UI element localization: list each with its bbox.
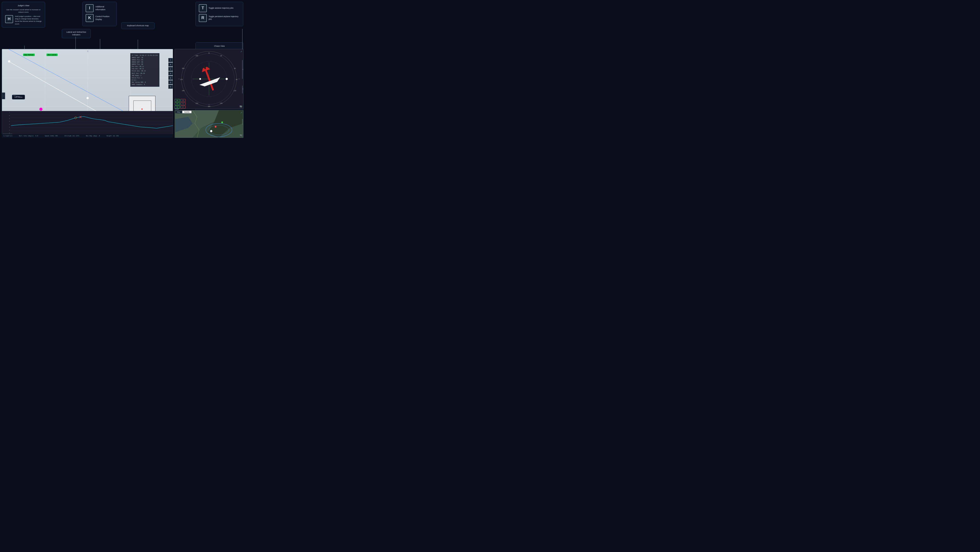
- chase-view-title: Chase View: [199, 45, 240, 48]
- status-speed: Speed [kmh] 305: [45, 135, 58, 137]
- svg-text:90: 90: [236, 79, 237, 80]
- ut-time: UT Time: 24-06-17 15:35:19.521: [132, 54, 158, 56]
- valid-fix: Valid Fix: 1: [132, 77, 158, 79]
- judges-view-title: Judge's View: [5, 4, 42, 7]
- additional-info-label: Additional Information: [95, 5, 113, 11]
- svg-point-3: [8, 60, 10, 62]
- xyz-btn-x[interactable]: X: [180, 99, 186, 102]
- strip-btn-r[interactable]: R: [168, 62, 173, 67]
- h-key-badge: H: [5, 15, 13, 23]
- strip-btn-t[interactable]: T: [168, 58, 173, 62]
- map-bg: [175, 110, 243, 138]
- roll-unc: Roll Unc: 00.59: [132, 72, 158, 75]
- r-key-badge: R: [199, 14, 207, 22]
- status-altitude: Altitude [m] 1371: [65, 135, 80, 137]
- svg-text:210: 210: [196, 103, 198, 104]
- strip-btn-x[interactable]: X: [168, 67, 173, 71]
- svg-text:60: 60: [234, 68, 236, 69]
- status-gload: G-load 6.5: [3, 135, 12, 137]
- additional-info-tooltip: I Additional Information K Control Posit…: [82, 2, 117, 26]
- strip-btn-b[interactable]: B: [168, 76, 173, 80]
- status-roll-rate: Roll-rate [deg/s] -0.8: [19, 135, 38, 137]
- yaw-unc: Yaw Unc: 00.21: [132, 68, 158, 70]
- google-attribution: Google: [175, 108, 179, 110]
- svg-text:150: 150: [220, 103, 223, 104]
- tab-satellite[interactable]: Satellite: [182, 111, 192, 113]
- svg-point-38: [215, 126, 216, 128]
- xyz-btn-y[interactable]: Y: [180, 102, 186, 105]
- xyz-btn-z[interactable]: Z: [180, 106, 186, 108]
- map-expand-icon[interactable]: ⤢: [240, 111, 242, 114]
- lateral-vertical-tooltip: Lateral and Vertical box indicators: [62, 29, 91, 38]
- judges-view-tooltip: Judge's View Use the mouse's scroll whee…: [2, 2, 45, 27]
- trajectory-toggle-tooltip: T Toggle airplane trajectory plot. R Tog…: [196, 2, 243, 26]
- judges-view-h-desc: Hold judge's position – click and drag t…: [15, 15, 42, 25]
- error: Error:: [132, 79, 158, 81]
- pos-unc: Pos Unc: 09.11: [132, 65, 158, 68]
- map-panel: ⤢ 📷: [175, 110, 243, 138]
- svg-text:240: 240: [182, 90, 185, 91]
- gnss-compass: GNSS Compass: 0: [132, 83, 158, 86]
- svg-text:300: 300: [182, 68, 185, 69]
- judges-view-scroll-info: Use the mouse's scroll wheel to increase…: [5, 8, 42, 13]
- svg-point-40: [210, 130, 212, 132]
- i-key-badge: I: [86, 4, 94, 12]
- xyz-btn-plus-x[interactable]: +X: [175, 99, 180, 102]
- gnss2-sat: GNSS2 SAT: 00: [132, 61, 158, 63]
- svg-point-4: [86, 97, 89, 99]
- t-key-badge: T: [199, 4, 207, 12]
- strip-btn-g[interactable]: G: [168, 80, 173, 84]
- xyz-buttons: +X X +Y Y +Z Z: [175, 99, 186, 108]
- status-bar: G-load 6.5 Roll-rate [deg/s] -0.8 Speed …: [2, 134, 173, 138]
- gnss1-fix: GNSS1 Fix: 03: [132, 59, 158, 61]
- svg-point-39: [221, 121, 223, 123]
- control-position-label: Control Position Display: [95, 15, 113, 21]
- svg-text:330: 330: [196, 55, 198, 56]
- gnss1-sat: GNSS1 SAT: 16: [132, 56, 158, 59]
- svg-point-34: [226, 78, 228, 80]
- lateral-vertical-label: Lateral and Vertical box indicators: [67, 31, 86, 36]
- 3d-expand-icon[interactable]: ⤢: [240, 50, 242, 53]
- gnss2-fix: GNSS2 Fix: 00: [132, 63, 158, 65]
- status-height: Height [m] 256: [107, 135, 119, 137]
- r-label: Toggle persistent airplane trajectory pl…: [208, 15, 240, 21]
- gload-chart: 7 6 5 4 3 2 1 0 -1 G-load 6.5: [2, 111, 173, 138]
- keyboard-shortcuts-tooltip: Keyboard shortcuts map: [121, 22, 154, 29]
- left-menu-tooltip: Left Menu: [12, 95, 25, 99]
- ins-mode: INS Mode: 2: [132, 75, 158, 77]
- left-strip-handle[interactable]: ⋮: [2, 92, 5, 99]
- svg-text:270: 270: [180, 79, 183, 80]
- hmr-using-ins: Hmr Using INS: 0: [132, 81, 158, 83]
- svg-text:180: 180: [208, 106, 210, 107]
- k-key-badge: K: [86, 14, 94, 22]
- tab-map[interactable]: Map: [175, 111, 182, 113]
- strip-btn-h[interactable]: H: [168, 85, 173, 89]
- telemetry-overlay: UT Time: 24-06-17 15:35:19.521 GNSS1 SAT…: [130, 53, 159, 87]
- xyz-btn-plus-y[interactable]: +Y: [175, 102, 180, 105]
- camera-icon[interactable]: 📷: [240, 105, 242, 108]
- status-box-hdg: Box Hdg [deg] -8: [86, 135, 100, 137]
- keyboard-shortcuts-label: Keyboard shortcuts map: [127, 24, 149, 27]
- pitch-unc: Pitch Unc: 00.13: [132, 70, 158, 72]
- strip-btn-a[interactable]: A: [168, 72, 173, 75]
- map-tabs: Map Satellite: [175, 111, 192, 113]
- left-menu-label: Left Menu: [14, 96, 22, 98]
- svg-text:120: 120: [234, 90, 236, 91]
- svg-text:30: 30: [220, 55, 222, 56]
- map-camera-icon[interactable]: 📷: [240, 134, 242, 137]
- svg-point-5: [39, 108, 43, 111]
- right-strip: T R X A B G H: [168, 58, 173, 89]
- t-label: Toggle airplane trajectory plot.: [208, 7, 234, 10]
- gload-canvas: [11, 111, 173, 137]
- move-icon[interactable]: ⠿: [87, 50, 89, 53]
